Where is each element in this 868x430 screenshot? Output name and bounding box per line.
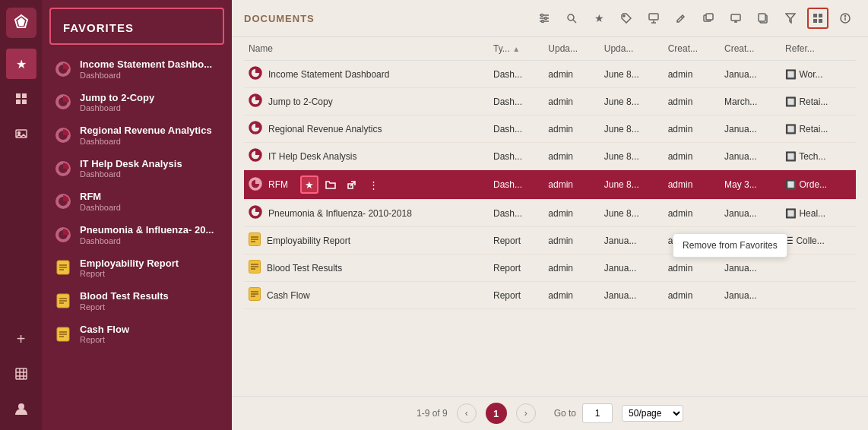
nav-item-income-statement[interactable]: Income Statement Dashbo... Dashboard [42,52,232,86]
svg-rect-41 [649,14,658,20]
table-cell-created-at: Janua... [720,115,781,143]
table-cell-reference: 🔲 Orde... [781,170,856,200]
table-cell-created-by: admin [664,88,720,115]
svg-rect-5 [22,100,27,104]
svg-marker-52 [786,14,795,23]
nav-item-title: Regional Revenue Analytics [80,125,212,137]
svg-rect-53 [813,14,817,17]
nav-item-it-help-desk[interactable]: IT Help Desk Analysis Dashboard [42,152,232,185]
star-filter-icon[interactable]: ★ [588,8,610,29]
table-cell-updated-at: June 8... [600,61,664,88]
table-cell-type: Report [489,227,543,255]
nav-item-subtitle: Dashboard [80,71,212,80]
svg-marker-1 [17,17,25,26]
doc-icon [249,121,262,137]
search-icon[interactable] [561,8,582,29]
grid-view-icon[interactable] [807,8,828,29]
table-row[interactable]: IT Help Desk Analysis Dash... admin June… [244,143,856,170]
table-cell-name: Employability Report [244,227,489,255]
folder-button[interactable] [322,175,340,194]
col-reference[interactable]: Refer... [781,37,856,61]
dashboard-icon [54,192,72,210]
page-size-select[interactable]: 50/page 25/page 100/page [622,405,683,422]
more-options-button[interactable]: ⋮ [364,175,382,194]
nav-item-subtitle: Report [80,269,179,278]
download-icon[interactable] [643,8,664,29]
svg-line-44 [681,17,683,18]
table-cell-reference: 🔲 Heal... [781,200,856,227]
nav-item-title: Income Statement Dashbo... [80,58,212,71]
table-row[interactable]: Blood Test Results Report admin Janua...… [244,255,856,282]
filter-icon[interactable] [780,8,801,29]
table-row[interactable]: Jump to 2-Copy Dash... admin June 8... a… [244,88,856,115]
table-row[interactable]: Income Statement Dashboard Dash... admin… [244,61,856,88]
table-row[interactable]: Regional Revenue Analytics Dash... admin… [244,115,856,143]
sidebar-icon-bar: ★ + [0,0,42,430]
dashboard-icon [54,160,72,178]
doc-icon [249,66,262,82]
table-row[interactable]: RFM ★ ⋮ Dash... [244,170,856,200]
nav-item-regional-revenue[interactable]: Regional Revenue Analytics Dashboard [42,119,232,152]
app-logo[interactable] [6,8,36,38]
dashboard-icon [54,226,72,244]
nav-sidebar: FAVORITES Income Statement Dashbo... Das… [42,0,232,430]
nav-item-rfm[interactable]: RFM Dashboard [42,185,232,218]
table-cell-type: Report [489,282,543,309]
nav-item-cash-flow[interactable]: Cash Flow Report [42,318,232,351]
table-cell-created-at: Janua... [720,282,781,309]
table-cell-updated-by: admin [543,61,599,88]
nav-item-text: Blood Test Results Report [80,290,169,311]
nav-item-jump-to-2-copy[interactable]: Jump to 2-Copy Dashboard [42,86,232,119]
col-type[interactable]: Ty... ▲ [489,37,543,61]
nav-item-blood-test[interactable]: Blood Test Results Report [42,284,232,318]
table-cell-type: Dash... [489,61,543,88]
info-icon[interactable] [835,8,856,29]
col-updated-by[interactable]: Upda... [543,37,599,61]
monitor-icon[interactable] [725,8,746,29]
table-cell-created-at: Janua... [720,255,781,282]
copy-screen-icon[interactable] [698,8,719,29]
image-icon[interactable] [6,119,36,149]
next-page-button[interactable]: › [516,403,536,423]
table-cell-updated-at: June 8... [600,143,664,170]
nav-item-subtitle: Report [80,335,129,344]
goto-input[interactable] [582,403,613,423]
nav-item-title: Pneumonia & Influenza- 20... [80,224,214,236]
doc-name-text: Jump to 2-Copy [268,96,333,107]
prev-page-button[interactable]: ‹ [457,403,477,423]
nav-item-text: RFM Dashboard [80,191,121,212]
favorite-star-button[interactable]: ★ [300,175,318,194]
svg-point-13 [18,403,24,409]
nav-item-employability[interactable]: Employability Report Report [42,251,232,285]
tag-icon[interactable] [616,8,637,29]
table-row[interactable]: Pneumonia & Influenza- 2010-2018 Dash...… [244,200,856,227]
table-cell-updated-by: admin [543,282,599,309]
nav-item-subtitle: Dashboard [80,236,214,245]
col-updated-at[interactable]: Upda... [600,37,664,61]
grid-large-icon[interactable] [6,359,36,389]
nav-item-pneumonia[interactable]: Pneumonia & Influenza- 20... Dashboard [42,218,232,251]
user-icon[interactable] [6,394,36,424]
svg-rect-4 [16,100,21,104]
table-row[interactable]: Cash Flow Report admin Janua... admin Ja… [244,282,856,309]
table-cell-created-by: admin [664,61,720,88]
svg-line-39 [573,20,576,23]
add-icon[interactable]: + [6,324,36,354]
table-cell-updated-by: admin [543,255,599,282]
table-header-row: Name Ty... ▲ Upda... Upda... Creat... Cr… [244,37,856,61]
page-range: 1-9 of 9 [417,408,448,419]
col-created-at[interactable]: Creat... [720,37,781,61]
copy-icon[interactable] [752,8,774,29]
doc-name-text: Blood Test Results [267,263,342,273]
edit-icon[interactable] [670,8,692,29]
external-link-button[interactable] [343,175,361,194]
nav-item-subtitle: Dashboard [80,137,212,146]
col-created-by[interactable]: Creat... [664,37,720,61]
col-name[interactable]: Name [244,37,489,61]
svg-point-33 [541,14,543,17]
current-page[interactable]: 1 [486,403,507,424]
table-cell-created-at: May 3... [720,170,781,200]
favorites-icon[interactable]: ★ [6,49,36,79]
sliders-icon[interactable] [534,8,555,29]
grid-small-icon[interactable] [6,84,36,114]
